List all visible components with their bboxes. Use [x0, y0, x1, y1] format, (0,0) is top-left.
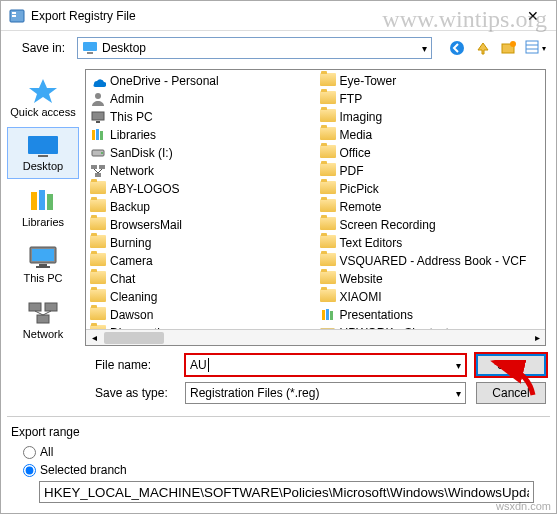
list-item[interactable]: Network	[86, 162, 316, 180]
list-item[interactable]: Admin	[86, 90, 316, 108]
save-in-combo[interactable]: Desktop ▾	[77, 37, 432, 59]
folder-icon	[320, 73, 336, 89]
list-item-label: Text Editors	[340, 236, 403, 250]
list-item[interactable]: Burning	[86, 234, 316, 252]
list-item[interactable]: Libraries	[86, 126, 316, 144]
list-item-label: Camera	[110, 254, 153, 268]
list-item[interactable]: BrowsersMail	[86, 216, 316, 234]
folder-icon	[90, 253, 106, 269]
titlebar: Export Registry File ✕	[1, 1, 556, 31]
list-item[interactable]: Office	[316, 144, 546, 162]
list-item-label: ABY-LOGOS	[110, 182, 180, 196]
folder-icon	[320, 253, 336, 269]
main-area: Quick access Desktop Libraries This PC N…	[1, 65, 556, 350]
list-item-label: VSQUARED - Address Book - VCF	[340, 254, 527, 268]
folder-icon	[90, 181, 106, 197]
list-item[interactable]: ABY-LOGOS	[86, 180, 316, 198]
svg-rect-12	[28, 136, 58, 154]
folder-icon	[90, 235, 106, 251]
svg-rect-16	[47, 194, 53, 210]
svg-rect-4	[87, 52, 93, 54]
scroll-left-arrow[interactable]: ◂	[86, 332, 102, 343]
svg-rect-39	[322, 310, 325, 320]
list-item[interactable]: PDF	[316, 162, 546, 180]
list-item-label: Backup	[110, 200, 150, 214]
list-item[interactable]: Eye-Tower	[316, 72, 546, 90]
horizontal-scrollbar[interactable]: ◂ ▸	[86, 329, 545, 345]
svg-rect-34	[91, 165, 97, 169]
place-desktop[interactable]: Desktop	[7, 127, 79, 179]
list-item[interactable]: Cleaning	[86, 288, 316, 306]
export-range-group: Export range All Selected branch	[1, 417, 556, 513]
list-item-label: PDF	[340, 164, 364, 178]
network-icon	[90, 163, 106, 179]
list-item[interactable]: Imaging	[316, 108, 546, 126]
list-item-label: Dawson	[110, 308, 153, 322]
svg-rect-13	[38, 155, 48, 157]
save-type-label: Save as type:	[95, 386, 175, 400]
svg-rect-14	[31, 192, 37, 210]
file-column-2: Eye-TowerFTPImagingMediaOfficePDFPicPick…	[316, 70, 546, 329]
svg-marker-11	[29, 79, 57, 103]
list-item[interactable]: Camera	[86, 252, 316, 270]
file-column-1: OneDrive - PersonalAdminThis PCLibraries…	[86, 70, 316, 329]
list-item[interactable]: Remote	[316, 198, 546, 216]
list-item[interactable]: Screen Recording	[316, 216, 546, 234]
cancel-button[interactable]: Cancel	[476, 382, 546, 404]
place-network[interactable]: Network	[7, 293, 79, 347]
svg-line-24	[35, 311, 43, 315]
list-item[interactable]: Text Editors	[316, 234, 546, 252]
file-name-label: File name:	[95, 358, 175, 372]
place-label: Libraries	[10, 216, 76, 228]
folder-icon	[320, 91, 336, 107]
save-type-combo[interactable]: Registration Files (*.reg) ▾	[185, 382, 466, 404]
list-item[interactable]: Media	[316, 126, 546, 144]
radio-all-input[interactable]	[23, 446, 36, 459]
save-button[interactable]: Save	[476, 354, 546, 376]
back-button[interactable]	[446, 37, 468, 59]
svg-rect-21	[29, 303, 41, 311]
list-item[interactable]: XIAOMI	[316, 288, 546, 306]
list-item-label: FTP	[340, 92, 363, 106]
list-item[interactable]: PicPick	[316, 180, 546, 198]
place-libraries[interactable]: Libraries	[7, 181, 79, 235]
view-menu-button[interactable]: ▾	[524, 37, 546, 59]
file-name-input[interactable]: AU ▾	[185, 354, 466, 376]
folder-icon	[320, 145, 336, 161]
place-this-pc[interactable]: This PC	[7, 237, 79, 291]
list-item[interactable]: OneDrive - Personal	[86, 72, 316, 90]
list-item-label: BrowsersMail	[110, 218, 182, 232]
branch-path-input[interactable]	[39, 481, 534, 503]
radio-selected-input[interactable]	[23, 464, 36, 477]
radio-all[interactable]: All	[23, 445, 546, 459]
scroll-thumb[interactable]	[104, 332, 164, 344]
list-item[interactable]: Backup	[86, 198, 316, 216]
export-registry-dialog: www.wintips.org wsxdn.com Export Registr…	[0, 0, 557, 514]
place-quick-access[interactable]: Quick access	[7, 71, 79, 125]
list-item[interactable]: VSQUARED - Address Book - VCF	[316, 252, 546, 270]
svg-rect-36	[95, 173, 101, 177]
radio-selected-branch[interactable]: Selected branch	[23, 463, 546, 477]
list-item[interactable]: This PC	[86, 108, 316, 126]
places-bar: Quick access Desktop Libraries This PC N…	[1, 65, 85, 350]
close-button[interactable]: ✕	[518, 8, 548, 24]
file-list[interactable]: OneDrive - PersonalAdminThis PCLibraries…	[85, 69, 546, 346]
list-item-label: This PC	[110, 110, 153, 124]
list-item[interactable]: Chat	[86, 270, 316, 288]
folder-icon	[320, 163, 336, 179]
radio-selected-label: Selected branch	[40, 463, 127, 477]
list-item[interactable]: Website	[316, 270, 546, 288]
place-label: Network	[10, 328, 76, 340]
up-button[interactable]	[472, 37, 494, 59]
export-range-title: Export range	[11, 425, 546, 439]
list-item-label: Cleaning	[110, 290, 157, 304]
svg-point-33	[101, 152, 103, 154]
list-item[interactable]: SanDisk (I:)	[86, 144, 316, 162]
list-item[interactable]: FTP	[316, 90, 546, 108]
scroll-right-arrow[interactable]: ▸	[529, 332, 545, 343]
list-item[interactable]: Dawson	[86, 306, 316, 324]
list-item-label: Eye-Tower	[340, 74, 397, 88]
list-item[interactable]: Presentations	[316, 306, 546, 324]
list-item-label: XIAOMI	[340, 290, 382, 304]
new-folder-button[interactable]	[498, 37, 520, 59]
